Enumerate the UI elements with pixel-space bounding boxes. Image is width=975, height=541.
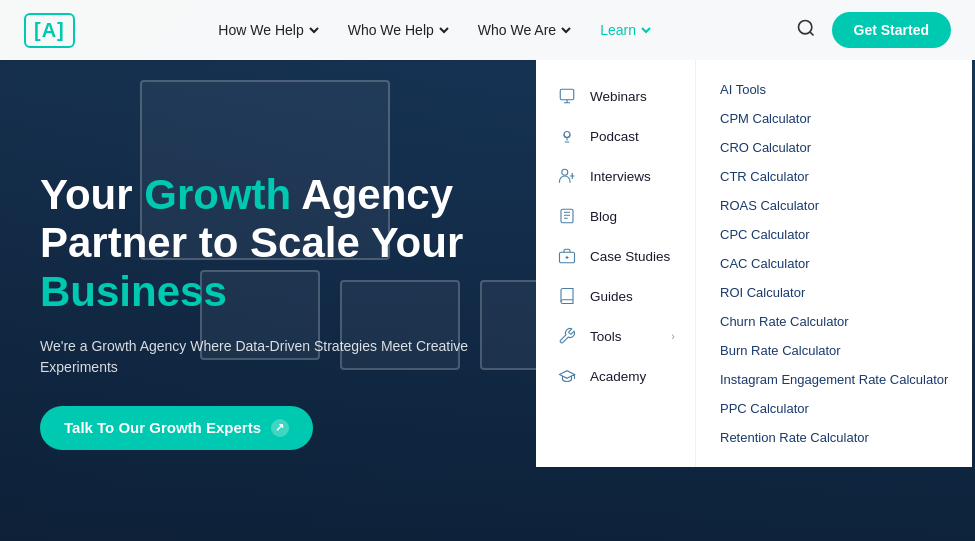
logo-box: [A] bbox=[24, 13, 75, 48]
hero-cta-button[interactable]: Talk To Our Growth Experts ↗ bbox=[40, 406, 313, 450]
dropdown-item-blog[interactable]: Blog bbox=[536, 196, 695, 236]
link-churn-rate-calculator[interactable]: Churn Rate Calculator bbox=[720, 308, 948, 335]
chevron-down-icon bbox=[438, 24, 450, 36]
blog-icon bbox=[556, 205, 578, 227]
academy-icon bbox=[556, 365, 578, 387]
nav-learn[interactable]: Learn bbox=[600, 22, 652, 38]
guides-icon bbox=[556, 285, 578, 307]
link-roas-calculator[interactable]: ROAS Calculator bbox=[720, 192, 948, 219]
dropdown-left-panel: Webinars Podcast Interviews Blog bbox=[536, 60, 696, 467]
svg-rect-1 bbox=[560, 89, 574, 100]
hero-title: Your Growth Agency Partner to Scale Your… bbox=[40, 171, 500, 316]
link-retention-rate-calculator[interactable]: Retention Rate Calculator bbox=[720, 424, 948, 451]
main-nav: How We Help Who We Help Who We Are Learn bbox=[218, 22, 652, 38]
link-burn-rate-calculator[interactable]: Burn Rate Calculator bbox=[720, 337, 948, 364]
dropdown-item-guides[interactable]: Guides bbox=[536, 276, 695, 316]
tools-links-list: AI Tools CPM Calculator CRO Calculator C… bbox=[720, 76, 948, 451]
learn-dropdown: Webinars Podcast Interviews Blog bbox=[536, 60, 975, 467]
webinars-icon bbox=[556, 85, 578, 107]
svg-rect-4 bbox=[561, 209, 573, 223]
nav-how-we-help[interactable]: How We Help bbox=[218, 22, 319, 38]
link-roi-calculator[interactable]: ROI Calculator bbox=[720, 279, 948, 306]
hero-subtitle: We're a Growth Agency Where Data-Driven … bbox=[40, 336, 500, 378]
link-cac-calculator[interactable]: CAC Calculator bbox=[720, 250, 948, 277]
search-icon bbox=[796, 18, 816, 38]
podcast-icon bbox=[556, 125, 578, 147]
svg-point-0 bbox=[798, 21, 811, 34]
svg-point-3 bbox=[562, 169, 568, 175]
chevron-right-icon: › bbox=[671, 330, 675, 342]
dropdown-item-case-studies[interactable]: Case Studies bbox=[536, 236, 695, 276]
dropdown-right-panel: AI Tools CPM Calculator CRO Calculator C… bbox=[696, 60, 972, 467]
link-ppc-calculator[interactable]: PPC Calculator bbox=[720, 395, 948, 422]
nav-who-we-are[interactable]: Who We Are bbox=[478, 22, 572, 38]
dropdown-item-webinars[interactable]: Webinars bbox=[536, 76, 695, 116]
hero-content: Your Growth Agency Partner to Scale Your… bbox=[0, 91, 500, 450]
link-ai-tools[interactable]: AI Tools bbox=[720, 76, 948, 103]
link-ctr-calculator[interactable]: CTR Calculator bbox=[720, 163, 948, 190]
header: [A] How We Help Who We Help Who We Are L… bbox=[0, 0, 975, 60]
link-cpc-calculator[interactable]: CPC Calculator bbox=[720, 221, 948, 248]
dropdown-item-podcast[interactable]: Podcast bbox=[536, 116, 695, 156]
arrow-icon: ↗ bbox=[271, 419, 289, 437]
header-right: Get Started bbox=[796, 12, 951, 48]
link-cro-calculator[interactable]: CRO Calculator bbox=[720, 134, 948, 161]
tools-icon bbox=[556, 325, 578, 347]
chevron-down-icon bbox=[560, 24, 572, 36]
link-cpm-calculator[interactable]: CPM Calculator bbox=[720, 105, 948, 132]
interviews-icon bbox=[556, 165, 578, 187]
nav-who-we-help[interactable]: Who We Help bbox=[348, 22, 450, 38]
search-button[interactable] bbox=[796, 18, 816, 42]
get-started-button[interactable]: Get Started bbox=[832, 12, 951, 48]
chevron-down-icon bbox=[640, 24, 652, 36]
dropdown-item-academy[interactable]: Academy bbox=[536, 356, 695, 396]
dropdown-item-tools[interactable]: Tools › bbox=[536, 316, 695, 356]
case-studies-icon bbox=[556, 245, 578, 267]
link-instagram-engagement-calculator[interactable]: Instagram Engagement Rate Calculator bbox=[720, 366, 948, 393]
logo[interactable]: [A] bbox=[24, 13, 75, 48]
chevron-down-icon bbox=[308, 24, 320, 36]
dropdown-item-interviews[interactable]: Interviews bbox=[536, 156, 695, 196]
